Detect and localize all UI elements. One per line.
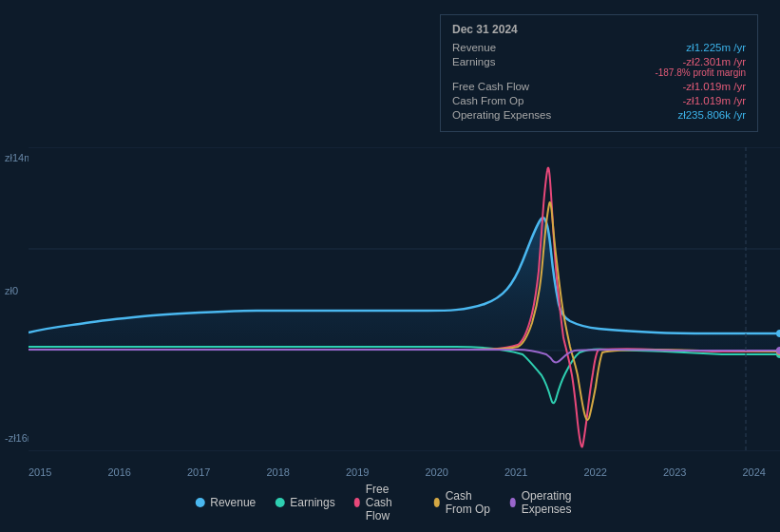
svg-rect-0	[29, 147, 780, 451]
x-label-2022: 2022	[584, 466, 607, 478]
legend-dot-cashop	[434, 498, 440, 507]
chart-legend: Revenue Earnings Free Cash Flow Cash Fro…	[195, 483, 585, 522]
legend-dot-earnings	[275, 498, 284, 507]
x-label-2019: 2019	[346, 466, 369, 478]
chart-svg	[29, 147, 780, 451]
legend-label-fcf: Free Cash Flow	[366, 483, 415, 522]
legend-dot-fcf	[354, 498, 360, 507]
legend-cashop[interactable]: Cash From Op	[434, 489, 491, 516]
legend-revenue[interactable]: Revenue	[195, 496, 256, 509]
tooltip-label-revenue: Revenue	[452, 42, 557, 53]
legend-dot-revenue	[195, 498, 204, 507]
legend-earnings[interactable]: Earnings	[275, 496, 334, 509]
tooltip-label-fcf: Free Cash Flow	[452, 81, 557, 92]
x-axis: 2015 2016 2017 2018 2019 2020 2021 2022 …	[29, 466, 766, 478]
legend-fcf[interactable]: Free Cash Flow	[354, 483, 415, 522]
legend-label-earnings: Earnings	[290, 496, 334, 509]
x-label-2020: 2020	[426, 466, 448, 478]
tooltip-row-revenue: Revenue zł1.225m /yr	[452, 42, 746, 53]
tooltip-value-earnings: -zł2.301m /yr -187.8% profit margin	[655, 56, 746, 78]
tooltip-row-earnings: Earnings -zł2.301m /yr -187.8% profit ma…	[452, 56, 746, 78]
tooltip-panel: Dec 31 2024 Revenue zł1.225m /yr Earning…	[440, 14, 758, 132]
x-label-2023: 2023	[663, 466, 686, 478]
tooltip-value-fcf: -zł1.019m /yr	[683, 81, 746, 92]
x-label-2021: 2021	[504, 466, 527, 478]
legend-label-revenue: Revenue	[210, 496, 256, 509]
tooltip-row-fcf: Free Cash Flow -zł1.019m /yr	[452, 81, 746, 92]
tooltip-value-cashop: -zł1.019m /yr	[683, 95, 746, 106]
tooltip-label-cashop: Cash From Op	[452, 95, 557, 106]
legend-dot-opex	[510, 498, 516, 507]
x-label-2017: 2017	[187, 466, 210, 478]
tooltip-row-cashop: Cash From Op -zł1.019m /yr	[452, 95, 746, 106]
x-label-2018: 2018	[267, 466, 290, 478]
tooltip-title: Dec 31 2024	[452, 23, 746, 36]
tooltip-label-opex: Operating Expenses	[452, 109, 557, 121]
tooltip-row-opex: Operating Expenses zł235.806k /yr	[452, 109, 746, 121]
tooltip-value-revenue: zł1.225m /yr	[686, 42, 746, 53]
x-label-2016: 2016	[108, 466, 131, 478]
y-label-mid: zł0	[5, 285, 18, 296]
x-label-2015: 2015	[29, 466, 51, 478]
legend-opex[interactable]: Operating Expenses	[510, 489, 585, 516]
legend-label-cashop: Cash From Op	[446, 489, 491, 516]
tooltip-label-earnings: Earnings	[452, 56, 557, 67]
tooltip-value-opex: zł235.806k /yr	[677, 109, 746, 121]
legend-label-opex: Operating Expenses	[522, 489, 585, 516]
x-label-2024: 2024	[743, 466, 766, 478]
